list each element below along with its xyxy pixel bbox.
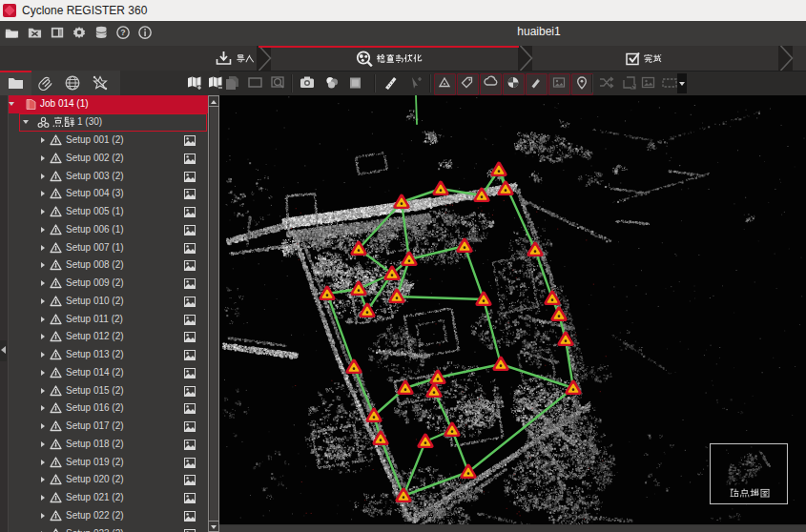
svg-text:?: ? — [120, 28, 125, 37]
